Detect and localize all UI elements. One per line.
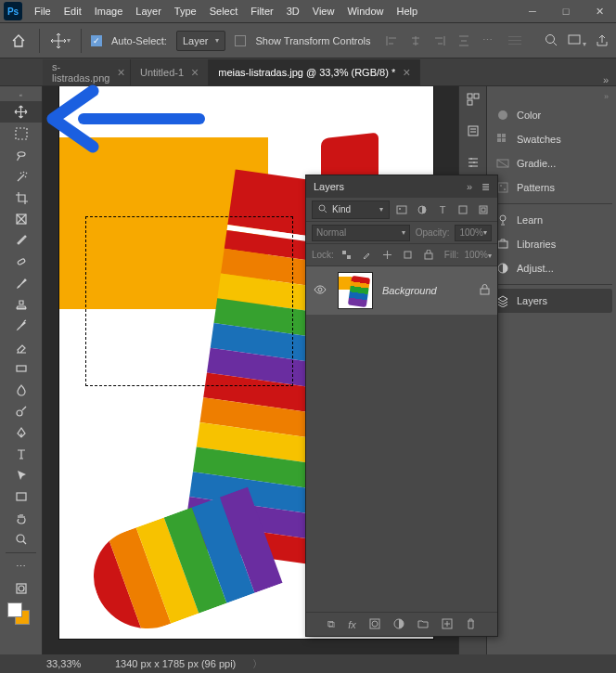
panel-learn[interactable]: Learn bbox=[491, 208, 612, 232]
auto-select-checkbox[interactable]: ✓ bbox=[91, 35, 102, 46]
menu-select[interactable]: Select bbox=[203, 0, 245, 22]
brush-tool[interactable] bbox=[0, 272, 42, 293]
lock-position-icon[interactable] bbox=[380, 248, 395, 263]
panel-grip-icon[interactable]: « bbox=[0, 92, 42, 97]
3d-mode-icon[interactable] bbox=[508, 36, 521, 45]
trash-icon[interactable] bbox=[466, 618, 476, 631]
auto-select-target-dropdown[interactable]: Layer▾ bbox=[176, 31, 226, 51]
blend-mode-dropdown[interactable]: Normal▾ bbox=[312, 225, 410, 241]
marquee-tool[interactable] bbox=[0, 123, 42, 144]
crop-tool[interactable] bbox=[0, 187, 42, 208]
zoom-level[interactable]: 33,33% bbox=[46, 658, 98, 669]
screen-mode-icon[interactable]: ▾ bbox=[568, 33, 586, 48]
panel-gradients[interactable]: Gradie... bbox=[491, 151, 612, 175]
filter-shape-icon[interactable] bbox=[455, 201, 471, 218]
link-layers-icon[interactable]: ⧉ bbox=[327, 618, 335, 630]
history-icon[interactable] bbox=[466, 123, 481, 138]
visibility-toggle-icon[interactable] bbox=[314, 285, 328, 296]
filter-adjust-icon[interactable] bbox=[414, 201, 430, 218]
close-icon[interactable]: × bbox=[403, 65, 410, 80]
layer-name[interactable]: Background bbox=[382, 285, 470, 296]
menu-image[interactable]: Image bbox=[88, 0, 130, 22]
history-brush-tool[interactable] bbox=[0, 315, 42, 336]
marquee-selection[interactable] bbox=[85, 216, 293, 386]
menu-file[interactable]: File bbox=[28, 0, 58, 22]
panel-menu-icon[interactable]: ≣ bbox=[481, 181, 490, 193]
tab-2[interactable]: meias-listradas.jpg @ 33,3% (RGB/8) *× bbox=[209, 59, 420, 85]
zoom-tool[interactable] bbox=[0, 528, 42, 550]
panel-swatches[interactable]: Swatches bbox=[491, 127, 612, 151]
adjustment-layer-icon[interactable] bbox=[393, 618, 404, 631]
tab-overflow-icon[interactable]: » bbox=[596, 74, 616, 85]
search-icon[interactable] bbox=[544, 32, 558, 49]
pen-tool[interactable] bbox=[0, 421, 42, 443]
lock-all-icon[interactable] bbox=[421, 248, 436, 263]
align-center-icon[interactable] bbox=[404, 30, 427, 52]
distribute-icon[interactable] bbox=[453, 30, 475, 52]
group-icon[interactable] bbox=[417, 618, 429, 630]
move-tool[interactable] bbox=[0, 101, 42, 123]
tab-0[interactable]: s-listradas.png× bbox=[43, 59, 131, 85]
tab-1[interactable]: Untitled-1× bbox=[131, 59, 209, 85]
edit-toolbar-icon[interactable]: ⋯ bbox=[0, 556, 42, 577]
layers-panel-titlebar[interactable]: Layers »≣ bbox=[306, 175, 497, 198]
new-layer-icon[interactable] bbox=[442, 618, 453, 631]
align-right-icon[interactable] bbox=[429, 30, 451, 52]
panel-expand-icon[interactable]: » bbox=[467, 181, 472, 192]
window-minimize-button[interactable]: ─ bbox=[516, 0, 549, 23]
doc-dimensions[interactable]: 1340 px x 1785 px (96 ppi) bbox=[115, 658, 236, 669]
lock-icon[interactable] bbox=[480, 284, 490, 297]
eyedropper-tool[interactable] bbox=[0, 229, 42, 251]
close-icon[interactable]: × bbox=[117, 65, 124, 80]
mask-icon[interactable] bbox=[369, 618, 380, 631]
window-maximize-button[interactable]: □ bbox=[549, 0, 583, 23]
lasso-tool[interactable] bbox=[0, 144, 42, 165]
menu-type[interactable]: Type bbox=[168, 0, 203, 22]
path-select-tool[interactable] bbox=[0, 464, 42, 485]
fx-icon[interactable]: fx bbox=[348, 619, 356, 630]
shape-tool[interactable] bbox=[0, 485, 42, 507]
close-icon[interactable]: × bbox=[191, 65, 199, 80]
menu-3d[interactable]: 3D bbox=[280, 0, 306, 22]
filter-pixel-icon[interactable] bbox=[393, 201, 410, 218]
type-tool[interactable] bbox=[0, 443, 42, 464]
window-close-button[interactable]: ✕ bbox=[583, 0, 616, 23]
show-transform-checkbox[interactable] bbox=[235, 35, 246, 46]
healing-tool[interactable] bbox=[0, 251, 42, 272]
foreground-color-swatch[interactable] bbox=[7, 602, 22, 617]
align-left-icon[interactable] bbox=[380, 30, 403, 52]
panel-patterns[interactable]: Patterns bbox=[491, 175, 612, 200]
dodge-tool[interactable] bbox=[0, 400, 42, 421]
layer-filter-kind-dropdown[interactable]: Kind ▾ bbox=[312, 201, 390, 219]
quick-mask-icon[interactable] bbox=[0, 577, 42, 599]
menu-layer[interactable]: Layer bbox=[129, 0, 168, 22]
panel-libraries[interactable]: Libraries bbox=[491, 232, 612, 256]
hand-tool[interactable] bbox=[0, 507, 42, 528]
share-icon[interactable] bbox=[596, 33, 609, 48]
layer-thumbnail[interactable] bbox=[338, 272, 373, 309]
filter-smart-icon[interactable] bbox=[475, 201, 492, 218]
opacity-field[interactable]: 100%▾ bbox=[455, 225, 492, 241]
blur-tool[interactable] bbox=[0, 379, 42, 400]
panel-layers-tab[interactable]: Layers bbox=[491, 289, 612, 313]
panel-adjustments[interactable]: Adjust... bbox=[491, 256, 612, 280]
move-tool-icon[interactable]: ▾ bbox=[49, 30, 71, 52]
lock-brush-icon[interactable] bbox=[360, 248, 375, 263]
lock-artboard-icon[interactable] bbox=[401, 248, 416, 263]
properties-icon[interactable] bbox=[466, 155, 481, 170]
menu-window[interactable]: Window bbox=[340, 0, 390, 22]
layer-row[interactable]: Background bbox=[306, 266, 497, 315]
home-icon[interactable] bbox=[7, 30, 30, 52]
layers-panel[interactable]: Layers »≣ Kind ▾ T Normal▾ Opacity: 100%… bbox=[305, 175, 498, 637]
fill-field[interactable]: 100%▾ bbox=[464, 250, 492, 260]
frame-tool[interactable] bbox=[0, 208, 42, 229]
lock-pixels-icon[interactable] bbox=[340, 248, 354, 263]
menu-view[interactable]: View bbox=[306, 0, 341, 22]
stamp-tool[interactable] bbox=[0, 293, 42, 315]
filter-type-icon[interactable]: T bbox=[434, 201, 451, 218]
magic-wand-tool[interactable] bbox=[0, 165, 42, 187]
eraser-tool[interactable] bbox=[0, 336, 42, 357]
menu-edit[interactable]: Edit bbox=[58, 0, 88, 22]
color-swatches[interactable] bbox=[0, 602, 42, 627]
gradient-tool[interactable] bbox=[0, 357, 42, 379]
